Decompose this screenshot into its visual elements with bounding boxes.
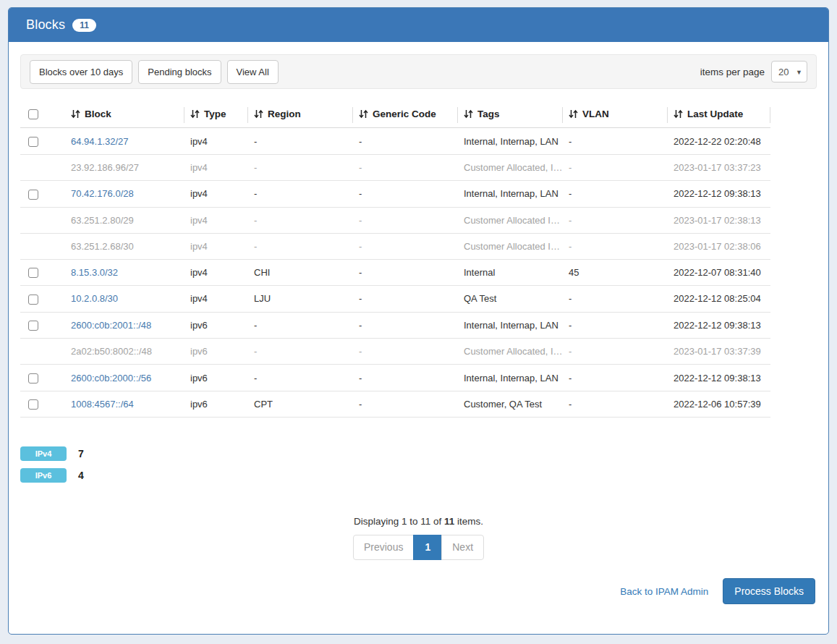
- type-cell: ipv4: [184, 128, 248, 155]
- column-header-type[interactable]: Type: [184, 101, 248, 128]
- sort-arrows-icon: [190, 109, 200, 119]
- last-update-cell: 2022-12-12 09:38:13: [668, 312, 770, 339]
- block-cell: 63.251.2.68/30: [65, 233, 184, 259]
- region-cell: -: [248, 155, 353, 181]
- sort-arrows-icon: [464, 109, 473, 119]
- block-cell: 10.2.0.8/30: [65, 286, 184, 313]
- row-select-cell: [20, 128, 65, 155]
- block-cell: 2600:c0b:2001::/48: [65, 312, 184, 339]
- process-blocks-button[interactable]: Process Blocks: [723, 578, 815, 604]
- row-select-cell: [20, 155, 65, 181]
- row-checkbox[interactable]: [28, 399, 38, 410]
- tags-cell: Internal, Internap, LAN: [458, 181, 563, 208]
- tags-cell: Internal, Internap, LAN: [458, 365, 563, 391]
- region-cell: -: [248, 312, 353, 339]
- block-link[interactable]: 2600:c0b:2001::/48: [71, 320, 151, 331]
- summary-row-ipv4: IPv47: [20, 446, 817, 461]
- back-to-ipam-admin-link[interactable]: Back to IPAM Admin: [620, 586, 708, 597]
- generic-code-cell: -: [353, 207, 458, 233]
- filter-button-pending-blocks[interactable]: Pending blocks: [138, 60, 221, 84]
- panel-header: Blocks 11: [9, 8, 828, 42]
- generic-code-cell: -: [353, 259, 458, 286]
- vlan-cell: -: [563, 128, 668, 155]
- table-row: 63.251.2.68/30ipv4--Customer Allocated I…: [20, 233, 770, 259]
- pagination-previous[interactable]: Previous: [353, 535, 414, 560]
- column-header-block[interactable]: Block: [65, 101, 184, 128]
- vlan-cell: -: [563, 312, 668, 339]
- generic-code-cell: -: [353, 181, 458, 208]
- generic-code-cell: -: [353, 233, 458, 259]
- column-header-last-update[interactable]: Last Update: [668, 101, 770, 128]
- row-select-cell: [20, 233, 65, 259]
- row-checkbox[interactable]: [28, 373, 38, 384]
- vlan-cell: -: [563, 155, 668, 181]
- items-per-page-select[interactable]: 20: [771, 61, 807, 82]
- column-header-tags[interactable]: Tags: [458, 101, 563, 128]
- region-cell: CPT: [248, 391, 353, 418]
- tags-cell: Customer Allocated I…: [458, 207, 563, 233]
- vlan-cell: -: [563, 233, 668, 259]
- vlan-cell: -: [563, 391, 668, 418]
- tags-cell: Internal, Internap, LAN: [458, 128, 563, 155]
- last-update-cell: 2022-12-07 08:31:40: [668, 259, 770, 286]
- select-all-checkbox[interactable]: [28, 109, 38, 119]
- region-cell: LJU: [248, 286, 353, 313]
- vlan-cell: 45: [563, 259, 668, 286]
- pagination: Previous 1 Next: [20, 535, 817, 560]
- block-text: 23.92.186.96/27: [71, 162, 139, 173]
- column-header-generic-code[interactable]: Generic Code: [353, 101, 458, 128]
- filter-button-blocks-over-10-days[interactable]: Blocks over 10 days: [30, 60, 132, 84]
- tags-cell: Internal: [458, 259, 563, 286]
- last-update-cell: 2023-01-17 02:38:13: [668, 207, 770, 233]
- table-row: 63.251.2.80/29ipv4--Customer Allocated I…: [20, 207, 770, 233]
- block-link[interactable]: 1008:4567::/64: [71, 399, 134, 410]
- row-checkbox[interactable]: [28, 268, 38, 278]
- row-checkbox[interactable]: [28, 137, 38, 147]
- summary-row-ipv6: IPv64: [20, 468, 817, 483]
- column-header-vlan[interactable]: VLAN: [563, 101, 668, 128]
- row-checkbox[interactable]: [28, 295, 38, 305]
- last-update-cell: 2023-01-17 02:38:06: [668, 233, 770, 259]
- block-text: 2a02:b50:8002::/48: [71, 346, 152, 357]
- ipv4-count: 7: [78, 448, 84, 459]
- filter-button-view-all[interactable]: View All: [227, 60, 279, 84]
- generic-code-cell: -: [353, 391, 458, 418]
- region-cell: -: [248, 128, 353, 155]
- column-header-label: VLAN: [582, 109, 609, 119]
- generic-code-cell: -: [353, 286, 458, 313]
- blocks-table: BlockTypeRegionGeneric CodeTagsVLANLast …: [20, 101, 770, 418]
- items-per-page-select-wrap: 20 ▼: [771, 61, 807, 82]
- table-row: 64.94.1.32/27ipv4--Internal, Internap, L…: [20, 128, 770, 155]
- block-link[interactable]: 10.2.0.8/30: [71, 293, 118, 304]
- pagination-page-1[interactable]: 1: [413, 535, 442, 560]
- row-checkbox[interactable]: [28, 321, 38, 331]
- type-cell: ipv4: [184, 286, 248, 313]
- block-link[interactable]: 8.15.3.0/32: [71, 267, 118, 278]
- region-cell: CHI: [248, 259, 353, 286]
- row-select-cell: [20, 259, 65, 286]
- table-row: 2600:c0b:2000::/56ipv6--Internal, Intern…: [20, 365, 770, 391]
- pagination-next[interactable]: Next: [441, 535, 484, 560]
- block-link[interactable]: 70.42.176.0/28: [71, 188, 134, 199]
- type-cell: ipv4: [184, 181, 248, 208]
- sort-arrows-icon: [569, 109, 578, 119]
- block-link[interactable]: 2600:c0b:2000::/56: [71, 373, 151, 384]
- table-row: 70.42.176.0/28ipv4--Internal, Internap, …: [20, 181, 770, 208]
- block-cell: 63.251.2.80/29: [65, 207, 184, 233]
- block-link[interactable]: 64.94.1.32/27: [71, 136, 129, 147]
- ipv6-count: 4: [78, 470, 84, 481]
- type-summary: IPv47IPv64: [20, 446, 817, 483]
- block-cell: 1008:4567::/64: [65, 391, 184, 418]
- footer-actions: Back to IPAM Admin Process Blocks: [20, 578, 817, 604]
- column-header-label: Block: [85, 109, 111, 119]
- column-header-region[interactable]: Region: [248, 101, 353, 128]
- type-cell: ipv6: [184, 365, 248, 391]
- sort-arrows-icon: [71, 109, 80, 119]
- type-cell: ipv6: [184, 391, 248, 418]
- row-checkbox[interactable]: [28, 190, 38, 200]
- column-header-label: Type: [204, 109, 226, 119]
- block-cell: 70.42.176.0/28: [65, 181, 184, 208]
- vlan-cell: -: [563, 286, 668, 313]
- generic-code-cell: -: [353, 339, 458, 365]
- type-cell: ipv4: [184, 155, 248, 181]
